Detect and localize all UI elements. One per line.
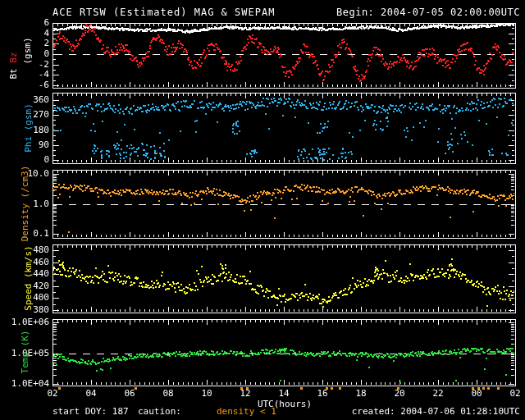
begin-timestamp: Begin: 2004-07-05 02:00:00UTC: [336, 7, 520, 18]
x-axis-tick-label: 02: [42, 388, 63, 399]
footer-caution-value: density < 1: [217, 406, 276, 417]
panel-temp-axis-label-part: Temp (K): [20, 331, 30, 374]
panel-bt-bz-axis-label: (gsm): [22, 37, 33, 64]
x-axis-tick-label: 22: [427, 388, 449, 399]
panel-phi-axis-label: Phi (gsm): [23, 103, 34, 153]
footer-start-doy: start DOY: 187: [52, 406, 129, 417]
panel-density-axis-label: Density (/cm3): [20, 166, 30, 242]
x-axis-tick-label: 20: [389, 388, 410, 399]
x-axis-tick-label: 10: [196, 388, 217, 399]
panel-temp-axis-label: Temp (K): [20, 331, 30, 374]
panel-bt-bz-axis-label-part: (gsm): [22, 37, 33, 64]
footer-caution-label: caution:: [138, 406, 181, 417]
ace-rtsw-plot: ACE RTSW (Estimated) MAG & SWEPAM Begin:…: [0, 0, 525, 420]
panel-bt-bz-ytick-label: -6: [0, 80, 49, 90]
panel-speed-axis-label-part: Speed (km/s): [23, 245, 34, 310]
x-axis-tick-label: 04: [80, 388, 102, 399]
x-axis-tick-label: 00: [466, 388, 487, 399]
x-axis-tick-label: 14: [273, 388, 294, 399]
panel-bt-bz-ytick-label: 6: [0, 18, 49, 28]
x-axis-tick-label: 18: [350, 388, 372, 399]
panel-speed-axis-label: Speed (km/s): [23, 245, 34, 310]
panel-phi-ytick-label: 0: [0, 155, 49, 165]
x-axis-tick-label: 08: [158, 388, 179, 399]
panel-bt-bz-axis-label-part: Bz: [8, 52, 19, 62]
plot-canvas: [0, 0, 525, 420]
panel-phi-axis-label-part: Phi (gsm): [23, 103, 34, 153]
plot-title: ACE RTSW (Estimated) MAG & SWEPAM: [52, 7, 275, 18]
panel-bt-bz-axis-label: Bt Bz: [8, 52, 19, 79]
panel-temp-ytick-label: 1.0E+06: [0, 317, 49, 327]
x-axis-tick-label: 12: [235, 388, 256, 399]
panel-bt-bz-axis-label-part: Bt: [8, 63, 19, 80]
panel-density-axis-label-part: Density (/cm3): [20, 166, 30, 242]
x-axis-tick-label: 16: [312, 388, 333, 399]
x-axis-tick-label: 06: [119, 388, 140, 399]
footer-created-timestamp: created: 2004-07-06 01:28:10UTC: [352, 406, 520, 417]
x-axis-tick-label: 02: [504, 388, 525, 399]
